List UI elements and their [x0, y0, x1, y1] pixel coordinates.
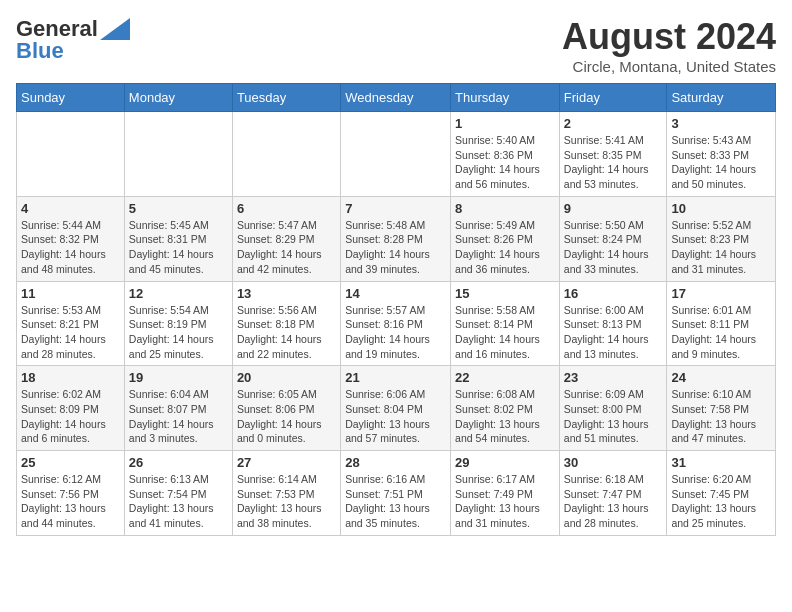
sunset: Sunset: 8:02 PM [455, 403, 533, 415]
sunset: Sunset: 7:54 PM [129, 488, 207, 500]
sunset: Sunset: 7:47 PM [564, 488, 642, 500]
sunset: Sunset: 8:26 PM [455, 233, 533, 245]
day-number: 31 [671, 455, 771, 470]
day-number: 9 [564, 201, 663, 216]
sunset: Sunset: 8:28 PM [345, 233, 423, 245]
daylight: Daylight: 14 hours and 42 minutes. [237, 248, 322, 275]
daylight: Daylight: 13 hours and 25 minutes. [671, 502, 756, 529]
sunrise: Sunrise: 5:50 AM [564, 219, 644, 231]
calendar-cell: 12 Sunrise: 5:54 AM Sunset: 8:19 PM Dayl… [124, 281, 232, 366]
sunrise: Sunrise: 6:06 AM [345, 388, 425, 400]
day-number: 25 [21, 455, 120, 470]
sunset: Sunset: 7:53 PM [237, 488, 315, 500]
weekday-wednesday: Wednesday [341, 84, 451, 112]
sunset: Sunset: 7:58 PM [671, 403, 749, 415]
logo: General Blue [16, 16, 130, 64]
sunrise: Sunrise: 5:43 AM [671, 134, 751, 146]
sunrise: Sunrise: 6:09 AM [564, 388, 644, 400]
sunset: Sunset: 8:36 PM [455, 149, 533, 161]
day-number: 15 [455, 286, 555, 301]
calendar-cell: 4 Sunrise: 5:44 AM Sunset: 8:32 PM Dayli… [17, 196, 125, 281]
logo-icon [100, 18, 130, 40]
sunrise: Sunrise: 6:12 AM [21, 473, 101, 485]
daylight: Daylight: 13 hours and 57 minutes. [345, 418, 430, 445]
daylight: Daylight: 14 hours and 31 minutes. [671, 248, 756, 275]
daylight: Daylight: 14 hours and 9 minutes. [671, 333, 756, 360]
calendar-cell: 25 Sunrise: 6:12 AM Sunset: 7:56 PM Dayl… [17, 451, 125, 536]
sunset: Sunset: 8:24 PM [564, 233, 642, 245]
calendar-cell: 6 Sunrise: 5:47 AM Sunset: 8:29 PM Dayli… [232, 196, 340, 281]
sunrise: Sunrise: 5:44 AM [21, 219, 101, 231]
day-number: 8 [455, 201, 555, 216]
sunset: Sunset: 8:06 PM [237, 403, 315, 415]
calendar-cell: 5 Sunrise: 5:45 AM Sunset: 8:31 PM Dayli… [124, 196, 232, 281]
calendar-cell: 7 Sunrise: 5:48 AM Sunset: 8:28 PM Dayli… [341, 196, 451, 281]
daylight: Daylight: 13 hours and 38 minutes. [237, 502, 322, 529]
daylight: Daylight: 13 hours and 41 minutes. [129, 502, 214, 529]
day-number: 21 [345, 370, 446, 385]
sunrise: Sunrise: 5:47 AM [237, 219, 317, 231]
weekday-tuesday: Tuesday [232, 84, 340, 112]
sunrise: Sunrise: 5:48 AM [345, 219, 425, 231]
sunrise: Sunrise: 6:05 AM [237, 388, 317, 400]
weekday-friday: Friday [559, 84, 667, 112]
sunset: Sunset: 8:18 PM [237, 318, 315, 330]
daylight: Daylight: 14 hours and 45 minutes. [129, 248, 214, 275]
sunrise: Sunrise: 5:58 AM [455, 304, 535, 316]
calendar-cell: 23 Sunrise: 6:09 AM Sunset: 8:00 PM Dayl… [559, 366, 667, 451]
day-number: 22 [455, 370, 555, 385]
sunrise: Sunrise: 5:41 AM [564, 134, 644, 146]
sunrise: Sunrise: 6:00 AM [564, 304, 644, 316]
calendar-cell: 15 Sunrise: 5:58 AM Sunset: 8:14 PM Dayl… [451, 281, 560, 366]
day-number: 29 [455, 455, 555, 470]
sunset: Sunset: 7:51 PM [345, 488, 423, 500]
logo-blue-text: Blue [16, 38, 64, 64]
sunrise: Sunrise: 5:56 AM [237, 304, 317, 316]
daylight: Daylight: 14 hours and 25 minutes. [129, 333, 214, 360]
sunrise: Sunrise: 6:10 AM [671, 388, 751, 400]
daylight: Daylight: 13 hours and 35 minutes. [345, 502, 430, 529]
day-number: 6 [237, 201, 336, 216]
sunset: Sunset: 8:16 PM [345, 318, 423, 330]
sunrise: Sunrise: 6:13 AM [129, 473, 209, 485]
sunset: Sunset: 8:11 PM [671, 318, 749, 330]
daylight: Daylight: 14 hours and 36 minutes. [455, 248, 540, 275]
sunset: Sunset: 7:56 PM [21, 488, 99, 500]
calendar-cell [232, 112, 340, 197]
calendar-cell: 29 Sunrise: 6:17 AM Sunset: 7:49 PM Dayl… [451, 451, 560, 536]
daylight: Daylight: 13 hours and 44 minutes. [21, 502, 106, 529]
calendar-cell: 11 Sunrise: 5:53 AM Sunset: 8:21 PM Dayl… [17, 281, 125, 366]
day-number: 27 [237, 455, 336, 470]
sunrise: Sunrise: 6:17 AM [455, 473, 535, 485]
sunset: Sunset: 7:45 PM [671, 488, 749, 500]
day-number: 2 [564, 116, 663, 131]
daylight: Daylight: 14 hours and 19 minutes. [345, 333, 430, 360]
day-number: 5 [129, 201, 228, 216]
weekday-monday: Monday [124, 84, 232, 112]
sunrise: Sunrise: 6:08 AM [455, 388, 535, 400]
day-number: 20 [237, 370, 336, 385]
calendar-cell: 31 Sunrise: 6:20 AM Sunset: 7:45 PM Dayl… [667, 451, 776, 536]
daylight: Daylight: 13 hours and 31 minutes. [455, 502, 540, 529]
calendar-cell: 14 Sunrise: 5:57 AM Sunset: 8:16 PM Dayl… [341, 281, 451, 366]
calendar-cell: 17 Sunrise: 6:01 AM Sunset: 8:11 PM Dayl… [667, 281, 776, 366]
weekday-sunday: Sunday [17, 84, 125, 112]
calendar-body: 1 Sunrise: 5:40 AM Sunset: 8:36 PM Dayli… [17, 112, 776, 536]
calendar-cell: 10 Sunrise: 5:52 AM Sunset: 8:23 PM Dayl… [667, 196, 776, 281]
day-number: 7 [345, 201, 446, 216]
day-number: 13 [237, 286, 336, 301]
calendar-week-row: 4 Sunrise: 5:44 AM Sunset: 8:32 PM Dayli… [17, 196, 776, 281]
daylight: Daylight: 14 hours and 39 minutes. [345, 248, 430, 275]
sunset: Sunset: 8:32 PM [21, 233, 99, 245]
weekday-saturday: Saturday [667, 84, 776, 112]
calendar-week-row: 1 Sunrise: 5:40 AM Sunset: 8:36 PM Dayli… [17, 112, 776, 197]
day-number: 3 [671, 116, 771, 131]
calendar-week-row: 25 Sunrise: 6:12 AM Sunset: 7:56 PM Dayl… [17, 451, 776, 536]
sunset: Sunset: 8:33 PM [671, 149, 749, 161]
sunset: Sunset: 8:14 PM [455, 318, 533, 330]
calendar-cell: 8 Sunrise: 5:49 AM Sunset: 8:26 PM Dayli… [451, 196, 560, 281]
sunrise: Sunrise: 5:40 AM [455, 134, 535, 146]
sunrise: Sunrise: 6:20 AM [671, 473, 751, 485]
sunrise: Sunrise: 6:01 AM [671, 304, 751, 316]
sunrise: Sunrise: 5:52 AM [671, 219, 751, 231]
